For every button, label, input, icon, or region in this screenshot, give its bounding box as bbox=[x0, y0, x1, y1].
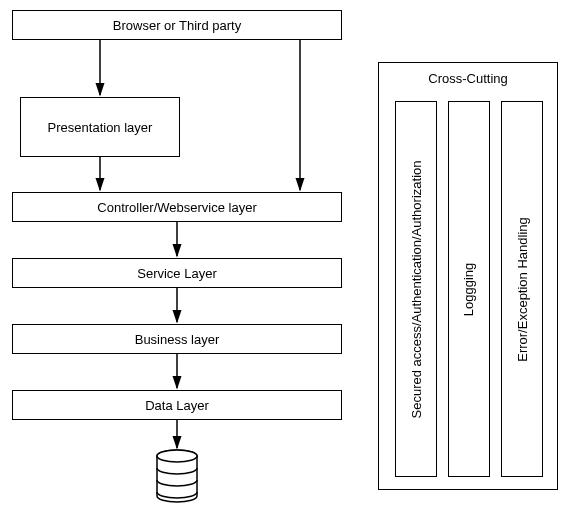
box-service: Service Layer bbox=[12, 258, 342, 288]
box-data: Data Layer bbox=[12, 390, 342, 420]
label-error: Error/Exception Handling bbox=[515, 217, 530, 362]
col-security: Secured access/Authentication/Authorizat… bbox=[395, 101, 437, 477]
label-controller: Controller/Webservice layer bbox=[97, 200, 256, 215]
box-business: Business layer bbox=[12, 324, 342, 354]
label-cross-cutting-title: Cross-Cutting bbox=[379, 71, 557, 86]
label-security: Secured access/Authentication/Authorizat… bbox=[409, 160, 424, 418]
box-presentation: Presentation layer bbox=[20, 97, 180, 157]
label-service: Service Layer bbox=[137, 266, 216, 281]
label-data: Data Layer bbox=[145, 398, 209, 413]
box-cross-cutting: Cross-Cutting Secured access/Authenticat… bbox=[378, 62, 558, 490]
label-presentation: Presentation layer bbox=[48, 120, 153, 135]
svg-point-1 bbox=[157, 450, 197, 462]
box-browser: Browser or Third party bbox=[12, 10, 342, 40]
database-icon bbox=[157, 450, 197, 502]
label-business: Business layer bbox=[135, 332, 220, 347]
label-browser: Browser or Third party bbox=[113, 18, 241, 33]
svg-point-0 bbox=[157, 450, 197, 462]
architecture-diagram: Browser or Third party Presentation laye… bbox=[0, 0, 566, 518]
label-logging: Loggging bbox=[462, 262, 477, 316]
col-logging: Loggging bbox=[448, 101, 490, 477]
box-controller: Controller/Webservice layer bbox=[12, 192, 342, 222]
col-error: Error/Exception Handling bbox=[501, 101, 543, 477]
